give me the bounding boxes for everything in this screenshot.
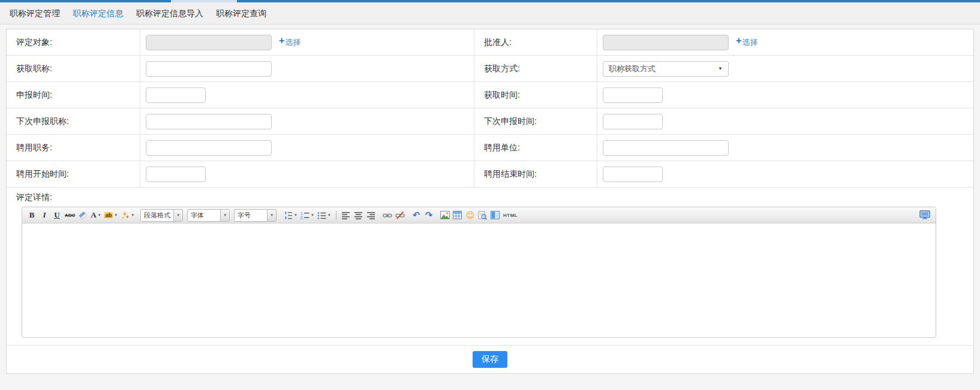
font-color-icon: A (91, 210, 96, 220)
field-label-hire-end-time: 聘用结束时间: (484, 169, 537, 180)
insert-link-button[interactable] (382, 209, 393, 222)
topbar-highlight (171, 0, 237, 2)
nav-tab-title-eval-info-import[interactable]: 职称评定信息导入 (136, 2, 203, 24)
nav-tab-title-eval-management[interactable]: 职称评定管理 (10, 2, 60, 24)
align-right-button[interactable] (366, 209, 377, 222)
line-height-button[interactable]: ▼ (283, 209, 298, 222)
ordered-list-icon: 1.2. (300, 211, 309, 220)
approver-choose-link[interactable]: +选择 (736, 37, 757, 48)
fullscreen-button[interactable] (919, 209, 931, 222)
link-icon (383, 211, 392, 220)
chevron-down-icon: ▼ (131, 213, 134, 217)
acquire-method-select[interactable]: 职称获取方式 ▼ (603, 61, 729, 77)
html-source-button[interactable]: HTML (503, 209, 518, 222)
preview-button[interactable] (477, 209, 488, 222)
hire-start-time-input[interactable] (146, 167, 206, 182)
chevron-down-icon: ▼ (327, 213, 331, 217)
chevron-down-icon: ▼ (114, 213, 118, 217)
chevron-down-icon: ▼ (98, 213, 101, 217)
remove-format-button[interactable] (77, 209, 88, 222)
font-size-label: 字号 (235, 211, 267, 220)
field-label-hire-start-time: 聘用开始时间: (16, 169, 69, 180)
chevron-down-icon: ▼ (267, 210, 276, 221)
split-panel-icon (491, 211, 500, 219)
redo-icon: ↷ (425, 210, 433, 220)
highlight-icon: ab (104, 212, 113, 218)
form-footer: 保存 (7, 346, 973, 373)
align-left-icon (341, 211, 350, 220)
hire-position-input[interactable] (146, 140, 272, 156)
paragraph-format-label: 段落格式 (141, 211, 173, 220)
smiley-icon: ☺ (466, 210, 475, 220)
magic-wand-icon (121, 211, 130, 220)
form-row-3: 申报时间: 获取时间: (7, 82, 973, 108)
top-accent-bar (0, 0, 980, 2)
svg-text:2.: 2. (300, 216, 304, 220)
next-declare-time-input[interactable] (603, 114, 663, 129)
acquire-time-input[interactable] (603, 87, 663, 103)
layout-panel-button[interactable] (490, 209, 501, 222)
target-input[interactable] (146, 35, 272, 50)
target-choose-link[interactable]: +选择 (279, 37, 300, 48)
acquire-method-selected-value: 职称获取方式 (609, 64, 656, 74)
nav-tab-title-eval-query[interactable]: 职称评定查询 (216, 2, 266, 24)
redo-button[interactable]: ↷ (423, 209, 434, 222)
emoticon-button[interactable]: ☺ (465, 209, 476, 222)
strikethrough-button[interactable]: ABC (64, 209, 76, 222)
font-family-dropdown[interactable]: 字体▼ (187, 209, 230, 222)
field-label-target: 评定对象: (16, 37, 52, 48)
line-height-icon (284, 211, 293, 220)
bold-button[interactable]: B (26, 209, 37, 222)
plus-icon: + (279, 35, 284, 46)
field-label-approver: 批准人: (484, 37, 512, 48)
hire-unit-input[interactable] (603, 140, 729, 156)
undo-icon: ↶ (413, 210, 420, 220)
italic-button[interactable]: I (39, 209, 50, 222)
form-row-2: 获取职称: 获取方式: 职称获取方式 ▼ (7, 56, 973, 82)
main-nav: 职称评定管理 职称评定信息 职称评定信息导入 职称评定查询 (0, 2, 980, 25)
form-panel: 评定对象: +选择 批准人: +选择 获取职称: 获取方式: 职称获取方式 ▼ … (6, 29, 974, 374)
save-button[interactable]: 保存 (473, 351, 507, 368)
align-center-button[interactable] (353, 209, 364, 222)
underline-button[interactable]: U (52, 209, 62, 222)
font-color-button[interactable]: A▼ (90, 209, 101, 222)
field-label-acquired-title: 获取职称: (16, 64, 52, 74)
insert-image-button[interactable] (440, 209, 450, 222)
approver-input[interactable] (603, 35, 729, 50)
unlink-icon (395, 211, 405, 220)
paragraph-format-dropdown[interactable]: 段落格式▼ (140, 209, 183, 222)
styles-wand-button[interactable]: ▼ (120, 209, 135, 222)
preview-magnifier-icon (478, 211, 487, 220)
highlight-color-button[interactable]: ab▼ (104, 209, 118, 222)
acquired-title-input[interactable] (146, 61, 272, 77)
form-row-5: 聘用职务: 聘用单位: (7, 135, 973, 161)
chevron-down-icon: ▼ (718, 66, 723, 71)
unlink-button[interactable] (395, 209, 405, 222)
editor-toolbar: B I U ABC A▼ ab▼ ▼ 段落格式▼ 字体▼ 字号▼ ▼ 1.2.▼… (22, 207, 936, 223)
insert-table-button[interactable] (452, 209, 463, 222)
unordered-list-button[interactable]: ▼ (317, 209, 332, 222)
unordered-list-icon (317, 211, 326, 220)
chevron-down-icon: ▼ (220, 210, 229, 221)
declare-time-input[interactable] (146, 87, 206, 103)
hire-end-time-input[interactable] (603, 167, 663, 182)
align-left-button[interactable] (341, 209, 351, 222)
chevron-down-icon: ▼ (294, 213, 297, 217)
editor-content-area[interactable] (22, 223, 936, 337)
table-icon (453, 211, 462, 219)
next-declare-title-input[interactable] (146, 114, 272, 129)
chevron-down-icon: ▼ (173, 210, 182, 221)
ordered-list-button[interactable]: 1.2.▼ (300, 209, 315, 222)
field-label-hire-position: 聘用职务: (16, 143, 52, 153)
form-row-1: 评定对象: +选择 批准人: +选择 (7, 29, 973, 56)
form-row-4: 下次申报职称: 下次申报时间: (7, 108, 973, 135)
nav-tab-title-eval-info[interactable]: 职称评定信息 (73, 2, 123, 24)
field-label-declare-time: 申报时间: (16, 90, 52, 101)
form-row-6: 聘用开始时间: 聘用结束时间: (7, 161, 973, 188)
detail-section: 评定详情: B I U ABC A▼ ab▼ ▼ 段落格式▼ 字体▼ 字号▼ ▼… (7, 188, 973, 346)
align-center-icon (354, 211, 363, 220)
undo-button[interactable]: ↶ (411, 209, 422, 222)
font-size-dropdown[interactable]: 字号▼ (234, 209, 276, 222)
toolbar-separator (336, 211, 336, 220)
eraser-icon (79, 211, 88, 220)
